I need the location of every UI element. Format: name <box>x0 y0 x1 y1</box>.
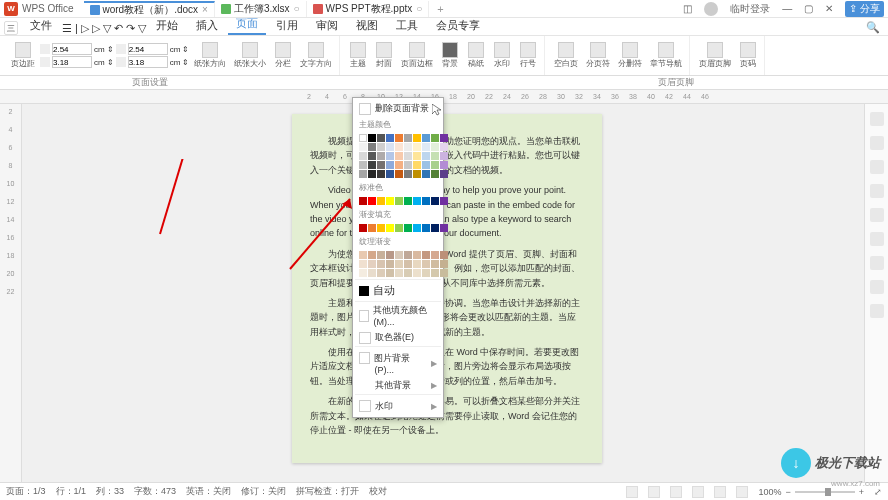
side-icon[interactable] <box>870 256 884 270</box>
status-proof[interactable]: 校对 <box>369 485 387 498</box>
page-border-button[interactable]: 页面边框 <box>398 38 436 74</box>
side-icon[interactable] <box>870 136 884 150</box>
close-icon[interactable]: ✕ <box>825 3 833 14</box>
horizontal-ruler[interactable]: 2468101214161820222426283032343638404244… <box>0 90 888 104</box>
texture-grid[interactable] <box>355 249 441 279</box>
close-icon[interactable]: ○ <box>293 3 299 14</box>
tab-member[interactable]: 会员专享 <box>428 16 488 35</box>
group-label-headerfooter: 页眉页脚 <box>658 76 694 89</box>
remove-icon <box>359 103 371 115</box>
view-icon[interactable] <box>648 486 660 498</box>
site-logo-icon: ↓ <box>781 448 811 478</box>
margin-values-right[interactable]: cm⇕ cm⇕ <box>116 43 190 68</box>
gradient-fill-label: 渐变填充 <box>355 207 441 222</box>
group-label-pagesetup: 页面设置 <box>132 76 168 89</box>
status-page[interactable]: 页面：1/3 <box>6 485 46 498</box>
watermark-icon <box>359 400 371 412</box>
section-break-button[interactable]: 分删符 <box>615 38 645 74</box>
picture-background-item[interactable]: 图片背景(P)...▶ <box>355 350 441 377</box>
background-color-dropdown: 删除页面背景 主题颜色 标准色 渐变填充 纹理渐变 自动 其他填充颜色(M)..… <box>352 97 444 418</box>
view-icon[interactable] <box>714 486 726 498</box>
minimize-icon[interactable]: — <box>782 3 792 14</box>
view-icon[interactable] <box>626 486 638 498</box>
new-tab-button[interactable]: + <box>429 3 451 15</box>
tab-page[interactable]: 页面 <box>228 14 266 35</box>
view-icon[interactable] <box>736 486 748 498</box>
expand-icon[interactable]: ⤢ <box>874 487 882 497</box>
login-button[interactable]: 临时登录 <box>730 2 770 16</box>
watermark-item[interactable]: 水印▶ <box>355 398 441 415</box>
view-icon[interactable] <box>670 486 682 498</box>
auto-color-item[interactable]: 自动 <box>355 279 441 302</box>
side-icon[interactable] <box>870 184 884 198</box>
tab-reference[interactable]: 引用 <box>268 16 306 35</box>
theme-colors-label: 主题颜色 <box>355 117 441 132</box>
doc-tab-word[interactable]: word教程（新）.docx× <box>84 1 215 17</box>
page-break-button[interactable]: 分页符 <box>583 38 613 74</box>
side-icon[interactable] <box>870 232 884 246</box>
app-name: WPS Office <box>22 3 74 14</box>
close-icon[interactable]: × <box>202 4 208 15</box>
eyedropper-item[interactable]: 取色器(E) <box>355 329 441 346</box>
line-number-button[interactable]: 行号 <box>516 38 540 74</box>
background-button[interactable]: 背景 <box>438 38 462 74</box>
page-number-button[interactable]: 页码 <box>736 38 760 74</box>
share-button[interactable]: ⇪ 分享 <box>845 1 884 17</box>
margin-values[interactable]: cm⇕ cm⇕ <box>40 43 114 68</box>
maximize-icon[interactable]: ▢ <box>804 3 813 14</box>
search-icon[interactable]: 🔍 <box>866 21 880 35</box>
theme-button[interactable]: 主题 <box>346 38 370 74</box>
other-background-item[interactable]: 其他背景▶ <box>355 377 441 394</box>
side-icon[interactable] <box>870 280 884 294</box>
more-colors-item[interactable]: 其他填充颜色(M)... <box>355 302 441 329</box>
tab-view[interactable]: 视图 <box>348 16 386 35</box>
menu-icon[interactable]: ◫ <box>683 3 692 14</box>
close-icon[interactable]: ○ <box>416 3 422 14</box>
side-icon[interactable] <box>870 160 884 174</box>
watermark-button[interactable]: 水印 <box>490 38 514 74</box>
vertical-ruler[interactable]: 246810121416182022 <box>0 104 22 500</box>
app-logo: W <box>4 2 18 16</box>
text-direction-button[interactable]: 文字方向 <box>297 38 335 74</box>
margins-button[interactable]: 页边距 <box>8 38 38 74</box>
file-menu[interactable]: 文件 <box>22 16 60 35</box>
doc-tab-pptx[interactable]: WPS PPT教程.pptx○ <box>307 1 430 17</box>
side-icon[interactable] <box>870 208 884 222</box>
blank-page-button[interactable]: 空白页 <box>551 38 581 74</box>
status-lang[interactable]: 英语：关闭 <box>186 485 231 498</box>
tab-insert[interactable]: 插入 <box>188 16 226 35</box>
columns-button[interactable]: 分栏 <box>271 38 295 74</box>
side-icon[interactable] <box>870 112 884 126</box>
standard-colors-label: 标准色 <box>355 180 441 195</box>
tab-review[interactable]: 审阅 <box>308 16 346 35</box>
status-col[interactable]: 列：33 <box>96 485 124 498</box>
cover-button[interactable]: 封面 <box>372 38 396 74</box>
side-icon[interactable] <box>870 304 884 318</box>
texture-gradient-label: 纹理渐变 <box>355 234 441 249</box>
eyedropper-icon <box>359 332 371 344</box>
image-icon <box>359 352 370 364</box>
paper-button[interactable]: 稿纸 <box>464 38 488 74</box>
tab-tools[interactable]: 工具 <box>388 16 426 35</box>
black-swatch-icon <box>359 286 369 296</box>
size-button[interactable]: 纸张大小 <box>231 38 269 74</box>
tab-home[interactable]: 开始 <box>148 16 186 35</box>
chevron-right-icon: ▶ <box>431 381 437 390</box>
view-icon[interactable] <box>692 486 704 498</box>
zoom-control[interactable]: 100%−+ <box>758 487 864 497</box>
status-spell[interactable]: 拼写检查：打开 <box>296 485 359 498</box>
section-nav-button[interactable]: 章节导航 <box>647 38 685 74</box>
remove-background-item[interactable]: 删除页面背景 <box>355 100 441 117</box>
standard-color-grid[interactable] <box>355 195 441 207</box>
theme-color-grid[interactable] <box>355 132 441 180</box>
status-chars[interactable]: 字数：473 <box>134 485 176 498</box>
header-footer-button[interactable]: 页眉页脚 <box>696 38 734 74</box>
hamburger-icon[interactable]: 三 <box>4 21 18 35</box>
chevron-right-icon: ▶ <box>431 402 437 411</box>
status-edit[interactable]: 修订：关闭 <box>241 485 286 498</box>
chevron-right-icon: ▶ <box>431 359 437 368</box>
orientation-button[interactable]: 纸张方向 <box>191 38 229 74</box>
status-line[interactable]: 行：1/1 <box>56 485 87 498</box>
gradient-grid[interactable] <box>355 222 441 234</box>
avatar[interactable] <box>704 2 718 16</box>
